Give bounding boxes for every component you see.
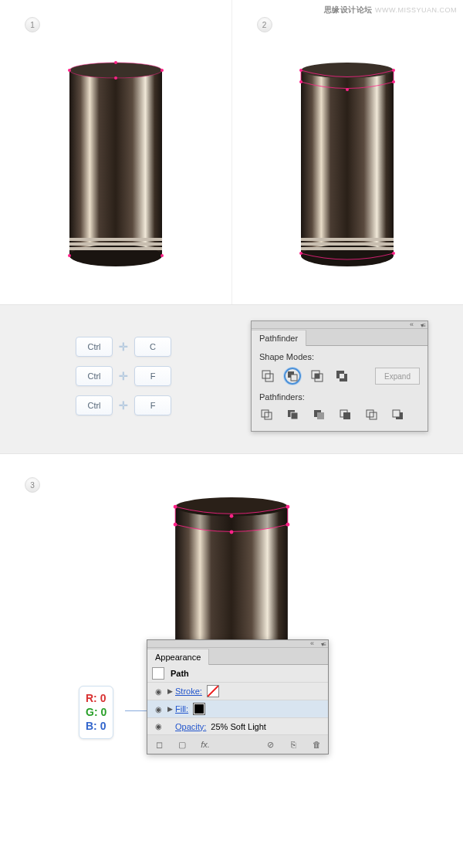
outline-icon[interactable]: [364, 408, 380, 422]
expand-triangle-icon[interactable]: ▶: [164, 705, 175, 713]
svg-rect-38: [291, 412, 298, 419]
key-ctrl: Ctrl: [76, 366, 113, 386]
keyboard-shortcuts: Ctrl ✛ C Ctrl ✛ F Ctrl ✛ F: [0, 320, 231, 432]
trash-icon[interactable]: 🗑: [309, 738, 323, 751]
plus-icon: ✛: [119, 341, 128, 353]
appearance-opacity-row[interactable]: ◉ Opacity: 25% Soft Light: [147, 718, 328, 735]
rgb-callout: R: 0 G: 0 B: 0: [79, 686, 113, 739]
fill-link[interactable]: Fill:: [175, 704, 188, 714]
svg-rect-16: [301, 242, 394, 246]
svg-rect-4: [69, 242, 162, 246]
appearance-path-row[interactable]: Path: [147, 665, 328, 683]
panel-collapse-icon[interactable]: «: [310, 639, 314, 647]
trim-icon[interactable]: [286, 408, 301, 422]
svg-rect-17: [301, 247, 394, 250]
divide-icon[interactable]: [259, 408, 275, 422]
step-3-badge: 3: [25, 477, 40, 493]
expand-button[interactable]: Expand: [375, 368, 420, 385]
plus-icon: ✛: [119, 399, 128, 412]
visibility-icon[interactable]: ◉: [152, 705, 164, 714]
opacity-value: 25% Soft Light: [211, 722, 266, 731]
svg-point-22: [346, 88, 349, 91]
svg-point-18: [299, 69, 302, 72]
crop-icon[interactable]: [338, 408, 353, 422]
duplicate-icon[interactable]: ⎘: [286, 738, 300, 751]
key-f: F: [134, 366, 171, 386]
svg-rect-26: [265, 374, 273, 381]
svg-point-8: [114, 61, 117, 64]
appearance-fill-row[interactable]: ◉ ▶ Fill:: [147, 700, 328, 718]
svg-point-19: [392, 69, 395, 72]
svg-rect-3: [69, 238, 162, 241]
stroke-swatch-none[interactable]: [207, 685, 219, 697]
thumbnail-icon: [152, 667, 164, 680]
svg-point-7: [161, 69, 164, 72]
svg-point-21: [392, 80, 395, 83]
svg-point-24: [392, 252, 395, 255]
svg-rect-31: [315, 374, 319, 378]
svg-rect-34: [340, 374, 344, 378]
appearance-tab[interactable]: Appearance: [147, 649, 209, 665]
key-c: C: [134, 337, 171, 357]
svg-rect-28: [291, 375, 297, 381]
stroke-square-icon[interactable]: ▢: [175, 738, 189, 751]
shape-modes-label: Shape Modes:: [259, 352, 420, 361]
svg-point-13: [301, 63, 394, 78]
svg-point-20: [299, 80, 302, 83]
svg-point-55: [174, 523, 177, 527]
svg-point-56: [286, 523, 289, 527]
svg-rect-25: [262, 371, 270, 378]
svg-rect-42: [343, 412, 350, 419]
svg-rect-12: [301, 70, 394, 256]
key-ctrl: Ctrl: [76, 395, 113, 415]
exclude-icon[interactable]: [333, 368, 350, 385]
svg-rect-46: [393, 410, 400, 417]
visibility-icon[interactable]: ◉: [152, 687, 164, 696]
step-1-badge: 1: [25, 17, 40, 32]
merge-icon[interactable]: [312, 408, 327, 422]
svg-point-23: [299, 252, 302, 255]
watermark: 思缘设计论坛 WWW.MISSYUAN.COM: [324, 5, 457, 15]
cylinder-illustration-2: [297, 59, 397, 276]
no-fill-icon[interactable]: ◻: [152, 738, 166, 751]
svg-point-9: [114, 76, 117, 80]
pathfinder-tab[interactable]: Pathfinder: [252, 330, 306, 346]
appearance-footer: ◻ ▢ fx. ⊘ ⎘ 🗑: [147, 735, 328, 754]
svg-rect-40: [317, 412, 324, 419]
step-2-badge: 2: [257, 17, 272, 32]
pathfinders-label: Pathfinders:: [259, 392, 420, 402]
svg-point-53: [174, 505, 177, 509]
opacity-link[interactable]: Opacity:: [175, 722, 206, 731]
unite-icon[interactable]: [259, 368, 276, 385]
minus-front-icon[interactable]: [284, 368, 301, 385]
panel-collapse-icon[interactable]: «: [410, 320, 414, 328]
fx-button[interactable]: fx.: [198, 738, 212, 751]
svg-point-11: [161, 254, 164, 257]
plus-icon: ✛: [119, 370, 128, 382]
expand-triangle-icon[interactable]: ▶: [164, 687, 175, 695]
appearance-stroke-row[interactable]: ◉ ▶ Stroke:: [147, 683, 328, 700]
key-f: F: [134, 395, 171, 415]
svg-point-57: [230, 514, 234, 518]
svg-rect-15: [301, 238, 394, 241]
svg-point-1: [69, 63, 162, 78]
minus-back-icon[interactable]: [390, 408, 406, 422]
svg-rect-5: [69, 247, 162, 250]
pathfinder-panel: « ▾≡ Pathfinder Shape Modes: Expand Path…: [251, 320, 428, 432]
panel-menu-icon[interactable]: ▾≡: [321, 641, 325, 648]
cylinder-illustration-1: [66, 59, 166, 276]
visibility-icon[interactable]: ◉: [152, 722, 164, 731]
svg-point-6: [68, 69, 71, 72]
svg-point-58: [230, 531, 234, 534]
svg-rect-0: [69, 70, 162, 256]
fill-swatch-black[interactable]: [193, 703, 205, 715]
panel-menu-icon[interactable]: ▾≡: [421, 322, 424, 329]
stroke-link[interactable]: Stroke:: [175, 687, 202, 696]
clear-icon[interactable]: ⊘: [263, 738, 277, 751]
appearance-panel: « ▾≡ Appearance Path ◉ ▶ Stroke: ◉ ▶ Fil…: [147, 639, 329, 754]
intersect-icon[interactable]: [309, 368, 326, 385]
svg-point-10: [68, 254, 71, 257]
svg-point-54: [286, 505, 289, 509]
key-ctrl: Ctrl: [76, 337, 113, 357]
